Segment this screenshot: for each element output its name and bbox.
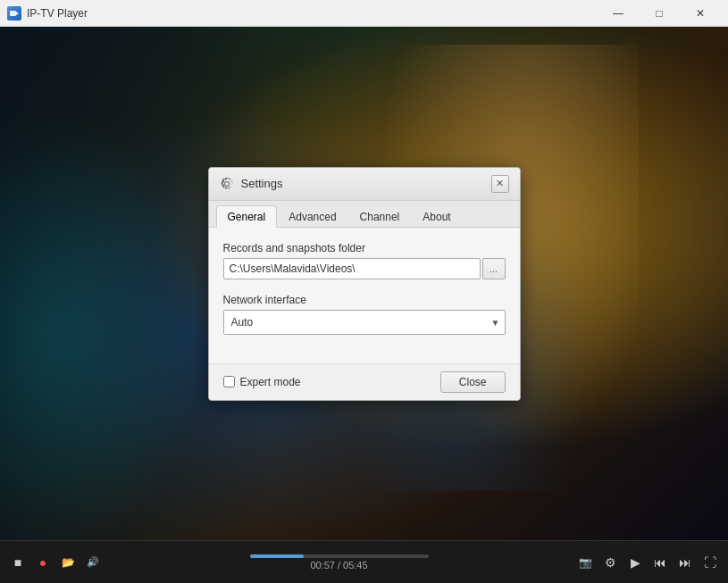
title-bar: IP-TV Player — □ ✕: [0, 0, 728, 27]
tab-channel[interactable]: Channel: [348, 205, 412, 228]
window-controls: — □ ✕: [598, 0, 721, 27]
network-interface-label: Network interface: [223, 294, 506, 306]
screenshot-button[interactable]: 📷: [574, 552, 596, 573]
bottom-toolbar: ■ ● 📂 🔊 00:57 / 05:45 📷 ⚙ ▶ ⏮ ⏭ ⛶: [0, 540, 728, 583]
next-icon: ⏭: [679, 555, 691, 570]
window-close-button[interactable]: ✕: [680, 0, 721, 27]
settings-dialog: Settings ✕ General Advanced Channel Abou…: [208, 167, 521, 401]
time-display: 00:57 / 05:45: [310, 560, 367, 571]
maximize-button[interactable]: □: [639, 0, 680, 27]
settings-button[interactable]: ⚙: [599, 552, 621, 573]
records-folder-input-row: ...: [223, 258, 506, 279]
expert-mode-label[interactable]: Expert mode: [240, 376, 301, 388]
dialog-titlebar: Settings ✕: [209, 168, 520, 201]
dialog-content: Records and snapshots folder ... Network…: [209, 228, 520, 363]
progress-bar-fill: [250, 554, 304, 558]
next-button[interactable]: ⏭: [674, 552, 696, 573]
network-interface-select[interactable]: Auto eth0 eth1 wlan0: [223, 310, 506, 335]
title-bar-left: IP-TV Player: [7, 6, 88, 21]
network-interface-group: Network interface Auto eth0 eth1 wlan0 ▼: [223, 294, 506, 335]
dialog-title-text: Settings: [241, 177, 283, 190]
volume-icon: 🔊: [87, 556, 99, 568]
dialog-close-x-button[interactable]: ✕: [491, 175, 509, 193]
prev-button[interactable]: ⏮: [649, 552, 671, 573]
stop-button[interactable]: ■: [7, 552, 29, 573]
tab-general[interactable]: General: [216, 205, 278, 228]
gear-icon: ⚙: [605, 555, 616, 570]
records-folder-group: Records and snapshots folder ...: [223, 242, 506, 279]
dialog-overlay: Settings ✕ General Advanced Channel Abou…: [0, 27, 728, 540]
progress-bar-container[interactable]: [250, 554, 429, 558]
record-button[interactable]: ●: [32, 552, 54, 573]
minimize-button[interactable]: —: [598, 0, 639, 27]
stop-icon: ■: [14, 555, 21, 570]
expert-mode-group: Expert mode: [223, 376, 301, 388]
records-folder-input[interactable]: [223, 258, 481, 279]
fullscreen-button[interactable]: ⛶: [699, 552, 721, 573]
tab-advanced[interactable]: Advanced: [277, 205, 347, 228]
open-file-button[interactable]: 📂: [57, 552, 79, 573]
open-folder-icon: 📂: [62, 556, 75, 569]
camera-icon: 📷: [579, 556, 592, 569]
play-icon: ▶: [631, 555, 640, 570]
play-button[interactable]: ▶: [624, 552, 646, 573]
fullscreen-icon: ⛶: [704, 555, 716, 570]
progress-area: 00:57 / 05:45: [107, 554, 571, 571]
settings-gear-icon: [220, 177, 234, 191]
tab-about[interactable]: About: [411, 205, 462, 228]
dialog-footer: Expert mode Close: [209, 363, 520, 400]
volume-button[interactable]: 🔊: [82, 552, 104, 573]
svg-marker-1: [16, 12, 19, 15]
expert-mode-checkbox[interactable]: [223, 376, 235, 387]
record-icon: ●: [39, 555, 46, 570]
svg-rect-0: [10, 11, 16, 16]
records-folder-label: Records and snapshots folder: [223, 242, 506, 254]
browse-button[interactable]: ...: [482, 258, 506, 279]
close-dialog-button[interactable]: Close: [440, 371, 506, 393]
dialog-tabs: General Advanced Channel About: [209, 201, 520, 228]
dialog-title-left: Settings: [220, 177, 283, 191]
app-icon: [7, 6, 21, 21]
prev-icon: ⏮: [654, 555, 666, 570]
network-interface-select-container: Auto eth0 eth1 wlan0 ▼: [223, 310, 506, 335]
app-title: IP-TV Player: [27, 7, 88, 20]
